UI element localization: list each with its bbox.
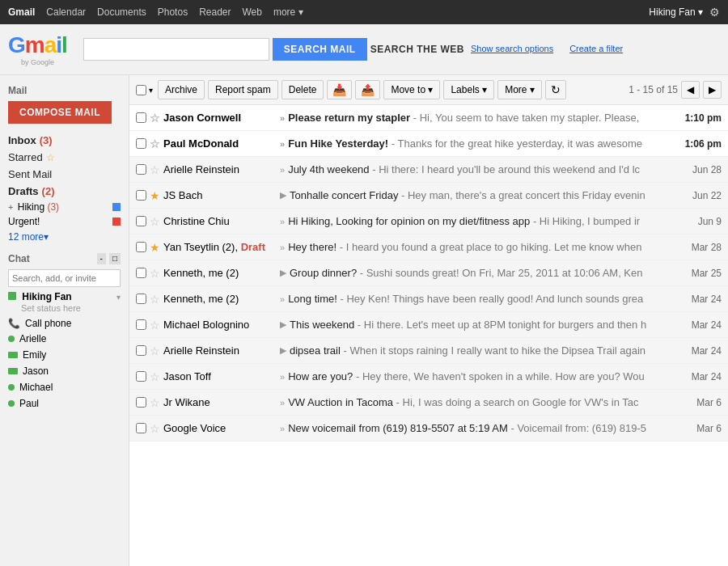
email-checkbox[interactable]: [136, 423, 146, 433]
search-input[interactable]: [83, 38, 269, 61]
email-row[interactable]: ☆ Kenneth, me (2) » Long time! - Hey Ken…: [129, 286, 728, 312]
email-star[interactable]: ☆: [150, 137, 160, 150]
email-star[interactable]: ☆: [150, 344, 160, 357]
search-web-button[interactable]: SEARCH THE WEB: [370, 44, 464, 55]
chat-contact-michael[interactable]: Michael: [0, 379, 129, 395]
nav-photos[interactable]: Photos: [158, 6, 188, 18]
arielle-name: Arielle: [19, 333, 46, 344]
chat-contact-emily[interactable]: Emily: [0, 347, 129, 363]
email-star[interactable]: ☆: [150, 267, 160, 280]
sidebar-item-inbox[interactable]: Inbox (3): [0, 132, 129, 149]
email-checkbox[interactable]: [136, 397, 146, 408]
select-dropdown-button[interactable]: ▾: [147, 86, 154, 95]
email-star[interactable]: ☆: [150, 422, 160, 435]
email-checkbox[interactable]: [136, 319, 146, 330]
email-star[interactable]: ☆: [150, 396, 160, 409]
remove-inbox-button[interactable]: 📤: [355, 80, 380, 99]
chat-contact-jason[interactable]: Jason: [0, 363, 129, 379]
sidebar-item-drafts[interactable]: Drafts (2): [0, 183, 129, 200]
email-star[interactable]: ★: [150, 189, 160, 202]
report-spam-button[interactable]: Report spam: [208, 80, 278, 99]
email-time: Jun 22: [673, 190, 722, 201]
email-subject: dipsea trail: [290, 344, 341, 357]
next-page-button[interactable]: ▶: [703, 81, 722, 99]
email-row[interactable]: ☆ Arielle Reinstein » July 4th weekend -…: [129, 157, 728, 183]
email-checkbox[interactable]: [136, 164, 146, 175]
sidebar-item-urgent[interactable]: Urgent!: [0, 214, 129, 229]
sidebar-item-hiking[interactable]: + Hiking (3): [0, 200, 129, 214]
sidebar-item-more[interactable]: 12 more▾: [0, 229, 129, 245]
email-row[interactable]: ☆ Christine Chiu » Hi Hiking, Looking fo…: [129, 209, 728, 234]
gear-icon[interactable]: ⚙: [709, 6, 720, 19]
email-checkbox[interactable]: [136, 242, 146, 252]
nav-more[interactable]: more ▾: [273, 6, 303, 18]
email-checkbox[interactable]: [136, 190, 146, 201]
email-row[interactable]: ★ JS Bach ▶ Tonhalle concert Friday - He…: [129, 183, 728, 209]
search-row: SEARCH MAIL SEARCH THE WEB Show search o…: [83, 38, 623, 61]
header: Gmail by Google SEARCH MAIL SEARCH THE W…: [0, 24, 728, 75]
email-star[interactable]: ☆: [150, 163, 160, 176]
drafts-count: (2): [42, 185, 55, 197]
prev-page-button[interactable]: ◀: [681, 81, 700, 99]
refresh-button[interactable]: ↻: [545, 80, 566, 99]
email-row[interactable]: ☆ Paul McDonald » Fun Hike Yesterday! - …: [129, 131, 728, 157]
email-row[interactable]: ☆ Arielle Reinstein ▶ dipsea trail - Whe…: [129, 338, 728, 364]
email-checkbox[interactable]: [136, 345, 146, 356]
delete-button[interactable]: Delete: [281, 80, 324, 99]
search-mail-button[interactable]: SEARCH MAIL: [273, 38, 367, 61]
chat-contact-arielle[interactable]: Arielle: [0, 331, 129, 347]
call-phone-row[interactable]: 📞 Call phone: [0, 316, 129, 331]
email-checkbox[interactable]: [136, 138, 146, 149]
nav-web[interactable]: Web: [242, 6, 261, 18]
email-row[interactable]: ★ Yan Tseytlin (2), Draft » Hey there! -…: [129, 234, 728, 260]
chat-minimize-button[interactable]: -: [97, 253, 106, 264]
email-row[interactable]: ☆ Jason Toff » How are you? - Hey there,…: [129, 364, 728, 390]
sidebar-item-starred[interactable]: Starred ☆: [0, 149, 129, 166]
email-star[interactable]: ☆: [150, 293, 160, 306]
email-row[interactable]: ☆ Michael Bolognino ▶ This weekend - Hi …: [129, 312, 728, 338]
email-checkbox[interactable]: [136, 112, 146, 123]
nav-calendar[interactable]: Calendar: [46, 6, 86, 18]
hiking-count: (3): [47, 201, 59, 213]
sidebar-item-sent[interactable]: Sent Mail: [0, 166, 129, 183]
archive-button[interactable]: Archive: [158, 80, 205, 99]
move-to-button[interactable]: Move to ▾: [383, 80, 440, 99]
chat-search-input[interactable]: [8, 269, 121, 287]
chat-expand-button[interactable]: □: [109, 253, 121, 264]
email-star[interactable]: ☆: [150, 319, 160, 332]
move-inbox-button[interactable]: 📥: [327, 80, 352, 99]
select-all-checkbox[interactable]: ▾: [136, 85, 154, 95]
select-all-input[interactable]: [136, 85, 146, 95]
user-name[interactable]: Hiking Fan ▾: [649, 6, 703, 18]
email-star[interactable]: ☆: [150, 215, 160, 228]
email-star[interactable]: ☆: [150, 370, 160, 383]
email-checkbox[interactable]: [136, 294, 146, 304]
nav-gmail[interactable]: Gmail: [8, 6, 35, 18]
email-row[interactable]: ☆ Jr Wikane » VW Auction in Tacoma - Hi,…: [129, 390, 728, 416]
labels-button[interactable]: Labels ▾: [443, 80, 494, 99]
set-status-text[interactable]: Set status here: [21, 303, 81, 313]
email-subject: Tonhalle concert Friday: [290, 189, 398, 201]
email-star[interactable]: ☆: [150, 112, 160, 125]
create-filter-link[interactable]: Create a filter: [569, 44, 623, 56]
more-label[interactable]: 12 more▾: [8, 231, 49, 243]
email-time: Mar 24: [673, 319, 722, 331]
nav-documents[interactable]: Documents: [97, 6, 146, 18]
email-checkbox[interactable]: [136, 371, 146, 382]
more-button[interactable]: More ▾: [497, 80, 542, 99]
starred-label: Starred: [8, 151, 43, 163]
nav-reader[interactable]: Reader: [199, 6, 231, 18]
email-row[interactable]: ☆ Kenneth, me (2) ▶ Group dinner? - Sush…: [129, 260, 728, 286]
chat-contact-paul[interactable]: Paul: [0, 395, 129, 412]
show-search-options-link[interactable]: Show search options: [471, 44, 553, 56]
email-checkbox[interactable]: [136, 216, 146, 226]
email-row[interactable]: ☆ Google Voice » New voicemail from (619…: [129, 416, 728, 441]
email-time: Jun 28: [673, 164, 722, 175]
email-row[interactable]: ☆ Jason Cornwell » Please return my stap…: [129, 105, 728, 131]
email-checkbox[interactable]: [136, 268, 146, 278]
compose-button[interactable]: COMPOSE MAIL: [8, 101, 112, 124]
email-sender: Jr Wikane: [163, 396, 277, 408]
email-star[interactable]: ★: [150, 241, 160, 254]
star-icon: ☆: [46, 152, 55, 163]
chat-me-contact[interactable]: Hiking Fan ▾ Set status here: [0, 289, 129, 316]
